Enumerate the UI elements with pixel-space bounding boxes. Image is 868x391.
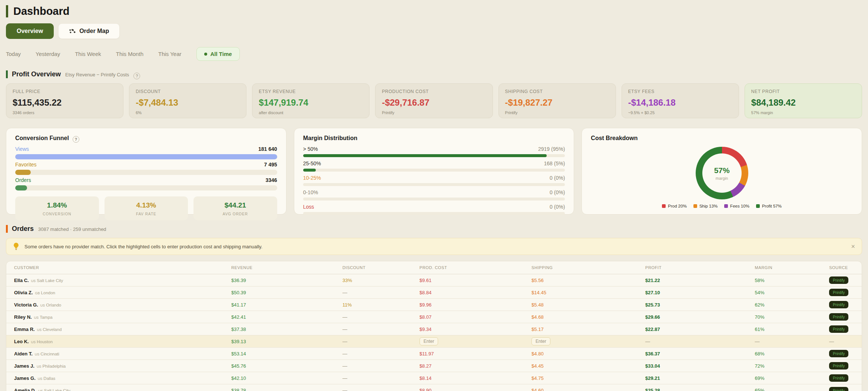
table-header-row: CUSTOMER REVENUE DISCOUNT PROD. COST SHI… [6,261,862,274]
customer-city: Cleveland [43,327,62,332]
customer-name: Riley N. [14,314,32,320]
enter-shipping-button[interactable]: Enter [531,337,550,345]
revenue-cell: $45.76 [231,363,342,369]
help-icon[interactable]: ? [73,136,79,143]
customer-city: Tampa [40,315,53,319]
margin-bucket-value: 0 (0%) [550,204,565,210]
donut-center-value: 57% [714,166,730,175]
discount-cell: — [342,351,420,357]
revenue-cell: $42.41 [231,314,342,320]
enter-prod-cost-button[interactable]: Enter [420,337,438,345]
card-label: NET PROFIT [751,89,855,94]
discount-cell: — [342,290,420,295]
customer-city: Philadelphia [42,364,66,368]
margin-bar [303,169,565,172]
filter-yesterday[interactable]: Yesterday [36,51,60,57]
tab-order-map[interactable]: Order Map [58,23,120,39]
card-value: -$29,716.87 [382,97,486,108]
ship-swatch-icon [693,204,697,208]
orders-match-summary: 3087 matched · 259 unmatched [38,226,106,232]
margin-bar [303,183,565,186]
customer-country: US [38,389,43,391]
tab-overview[interactable]: Overview [6,23,54,39]
profit-cell: $22.87 [645,327,755,332]
close-icon[interactable]: × [851,243,855,250]
source-badge: Printify [829,362,848,370]
customer-country: US [31,340,36,344]
discount-cell: — [342,339,420,344]
stat-value: 4.13% [107,201,186,209]
card-label: ETSY FEES [628,89,732,94]
stat-label: FAV RATE [107,212,186,216]
profit-cell: $21.22 [645,278,755,283]
card-value: $84,189.42 [751,97,855,108]
filter-all-time[interactable]: All Time [196,47,240,61]
time-filter-bar: Today Yesterday This Week This Month Thi… [6,47,862,61]
col-shipping: SHIPPING [531,265,645,270]
discount-cell: 33% [342,278,420,283]
filter-today[interactable]: Today [6,51,21,57]
card-sub: after discount [259,110,363,115]
shipping-cell: $5.48 [531,302,645,308]
profit-cell: $36.37 [645,351,755,357]
legend-label: Prod 20% [668,204,687,208]
funnel-favorites-label: Favorites [15,162,37,168]
margin-bucket-label: Loss [303,204,314,210]
funnel-views-value: 181 640 [258,146,277,152]
source-cell: — [829,339,862,344]
card-full-price: FULL PRICE $115,435.22 3346 orders [6,83,123,118]
table-row: James J.USPhiladelphia $45.76 — $8.27 $4… [6,360,862,372]
margin-bucket-label: 0-10% [303,189,318,195]
customer-name: Leo K. [14,339,29,344]
card-sub: 57% margin [751,110,855,115]
funnel-orders-label: Orders [15,177,31,183]
filter-this-week[interactable]: This Week [75,51,101,57]
funnel-favorites-bar [15,170,277,175]
customer-name: Amelia D. [14,388,36,391]
customer-name: Aiden T. [14,351,33,357]
filter-this-month[interactable]: This Month [116,51,143,57]
active-filter-dot-icon [204,53,207,56]
donut-center-label: margin [716,176,728,180]
profit-cards: FULL PRICE $115,435.22 3346 orders DISCO… [6,83,862,118]
cost-breakdown-donut-chart: 57% margin [696,147,748,199]
customer-city: Dallas [43,376,55,381]
margin-bucket-label: 25-50% [303,160,321,166]
legend-fees: Fees 10% [724,204,749,208]
card-sub: 3346 orders [13,110,117,115]
prod-cost-cell: $8.84 [420,290,531,295]
table-row: Aiden T.USCincinnati $53.14 — $11.97 $4.… [6,348,862,360]
customer-city: Salt Lake City [44,388,70,391]
card-label: PRODUCTION COST [382,89,486,94]
customer-name: James J. [14,363,34,369]
customer-country: US [35,352,40,356]
funnel-orders-bar [15,185,277,190]
banner-text: Some orders have no provider match. Clic… [24,244,262,249]
prod-cost-cell: $9.61 [420,278,531,283]
profit-cell: $27.10 [645,290,755,295]
stat-value: 1.84% [17,201,97,209]
orders-header: Orders 3087 matched · 259 unmatched [6,225,862,233]
revenue-cell: $50.39 [231,290,342,295]
margin-bar [303,198,565,201]
legend-ship: Ship 13% [693,204,718,208]
discount-cell: — [342,314,420,320]
help-icon[interactable]: ? [133,73,140,79]
customer-city: Cincinnati [40,352,59,356]
funnel-views-label: Views [15,146,29,152]
stat-conversion: 1.84% CONVERSION [15,196,99,220]
card-discount: DISCOUNT -$7,484.13 6% [129,83,246,118]
col-source: SOURCE [829,265,862,270]
margin-cell: 70% [755,314,829,320]
card-value: $115,435.22 [13,97,117,108]
table-row: Amelia D.USSalt Lake City $38.78 — $8.90… [6,384,862,391]
margin-distribution-title: Margin Distribution [303,135,358,142]
legend-prod: Prod 20% [662,204,687,208]
profit-overview-title: Profit Overview [12,70,61,78]
page-title: Dashboard [6,5,862,17]
filter-this-year[interactable]: This Year [158,51,182,57]
customer-name: Olivia Z. [14,290,33,295]
source-badge: Printify [829,350,848,357]
conversion-funnel-title: Conversion Funnel [15,135,69,142]
margin-bucket-value: 168 (5%) [544,160,565,166]
